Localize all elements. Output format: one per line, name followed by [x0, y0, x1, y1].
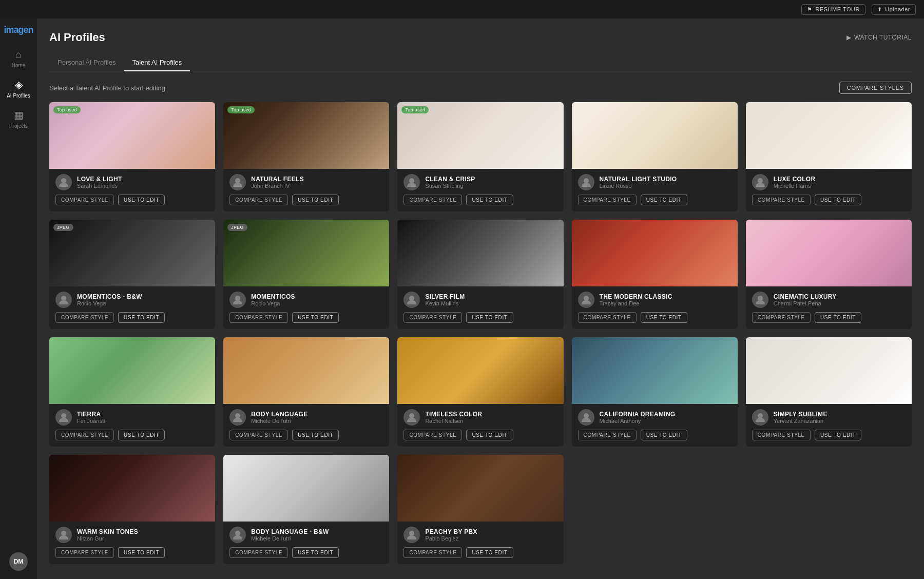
- card-info-body-language-bw: BODY LANGUAGE - B&W Michele Dell'utri: [229, 527, 383, 543]
- card-info-timeless-color: TIMELESS COLOR Rachel Nielsen: [403, 409, 557, 426]
- card-author-california-dreaming: Michael Anthony: [600, 418, 732, 424]
- compare-style-button-warm-skin-tones[interactable]: COMPARE STYLE: [55, 547, 114, 558]
- compare-style-button-momenticos[interactable]: COMPARE STYLE: [229, 312, 288, 323]
- use-to-edit-button-natural-light-studio[interactable]: USE TO EDIT: [641, 195, 687, 205]
- use-to-edit-button-peachy-pbx[interactable]: USE TO EDIT: [466, 547, 513, 558]
- card-image-momenticos-bw: JPEG: [49, 220, 215, 286]
- use-to-edit-button-momenticos-bw[interactable]: USE TO EDIT: [118, 312, 165, 323]
- svg-point-1: [235, 178, 240, 183]
- use-to-edit-button-luxe-color[interactable]: USE TO EDIT: [815, 195, 861, 205]
- compare-style-button-momenticos-bw[interactable]: COMPARE STYLE: [55, 312, 114, 323]
- card-author-clean-crisp: Susan Stripling: [425, 183, 557, 189]
- use-to-edit-button-silver-film[interactable]: USE TO EDIT: [466, 312, 513, 323]
- profile-card-love-light: Top used LOVE & LIGHT Sarah Edmunds COMP…: [49, 102, 215, 211]
- card-text-timeless-color: TIMELESS COLOR Rachel Nielsen: [425, 411, 557, 424]
- use-to-edit-button-love-light[interactable]: USE TO EDIT: [118, 195, 165, 205]
- card-name-luxe-color: LUXE COLOR: [774, 176, 906, 183]
- use-to-edit-button-cinematic-luxury[interactable]: USE TO EDIT: [815, 312, 861, 323]
- card-info-simply-sublime: SIMPLY SUBLIME Yervant Zanazanian: [752, 409, 906, 426]
- tab-talent-ai-profiles[interactable]: Talent AI Profiles: [124, 54, 190, 71]
- use-to-edit-button-warm-skin-tones[interactable]: USE TO EDIT: [118, 547, 165, 558]
- compare-style-button-cinematic-luxury[interactable]: COMPARE STYLE: [752, 312, 811, 323]
- use-to-edit-button-body-language[interactable]: USE TO EDIT: [292, 430, 339, 440]
- card-name-peachy-pbx: PEACHY BY PBX: [425, 528, 557, 535]
- card-body-natural-light-studio: NATURAL LIGHT STUDIO Linzie Russo COMPAR…: [572, 169, 738, 211]
- use-to-edit-button-timeless-color[interactable]: USE TO EDIT: [466, 430, 513, 440]
- card-name-california-dreaming: CALIFORNIA DREAMING: [600, 411, 732, 418]
- profile-card-simply-sublime: SIMPLY SUBLIME Yervant Zanazanian COMPAR…: [746, 337, 912, 447]
- card-actions-body-language-bw: COMPARE STYLE USE TO EDIT: [229, 547, 383, 558]
- card-body-warm-skin-tones: WARM SKIN TONES Nitzan Gur COMPARE STYLE…: [49, 522, 215, 564]
- card-text-love-light: LOVE & LIGHT Sarah Edmunds: [77, 176, 209, 189]
- compare-style-button-california-dreaming[interactable]: COMPARE STYLE: [578, 430, 637, 440]
- card-info-peachy-pbx: PEACHY BY PBX Pablo Beglez: [403, 527, 557, 543]
- compare-style-button-body-language-bw[interactable]: COMPARE STYLE: [229, 547, 288, 558]
- use-to-edit-button-body-language-bw[interactable]: USE TO EDIT: [292, 547, 339, 558]
- topbar: ⚑ RESUME TOUR ⬆ Uploader: [0, 0, 924, 18]
- compare-style-button-love-light[interactable]: COMPARE STYLE: [55, 195, 114, 205]
- watch-tutorial-label: WATCH TUTORIAL: [854, 34, 912, 41]
- compare-style-button-timeless-color[interactable]: COMPARE STYLE: [403, 430, 462, 440]
- card-actions-natural-light-studio: COMPARE STYLE USE TO EDIT: [578, 195, 732, 205]
- sidebar-item-projects[interactable]: ▦ Projects: [0, 104, 37, 134]
- user-avatar[interactable]: DM: [9, 552, 28, 571]
- main-content: AI Profiles ▶ WATCH TUTORIAL Personal AI…: [37, 18, 924, 579]
- uploader-button[interactable]: ⬆ Uploader: [872, 4, 916, 15]
- compare-style-button-clean-crisp[interactable]: COMPARE STYLE: [403, 195, 462, 205]
- use-to-edit-button-natural-feels[interactable]: USE TO EDIT: [292, 195, 339, 205]
- use-to-edit-button-california-dreaming[interactable]: USE TO EDIT: [641, 430, 687, 440]
- watch-tutorial-button[interactable]: ▶ WATCH TUTORIAL: [846, 34, 912, 41]
- card-info-clean-crisp: CLEAN & CRISP Susan Stripling: [403, 174, 557, 190]
- card-actions-momenticos-bw: COMPARE STYLE USE TO EDIT: [55, 312, 209, 323]
- compare-style-button-natural-light-studio[interactable]: COMPARE STYLE: [578, 195, 637, 205]
- card-info-natural-feels: NATURAL FEELS John Branch IV: [229, 174, 383, 190]
- use-to-edit-button-modern-classic[interactable]: USE TO EDIT: [641, 312, 687, 323]
- sidebar-item-home[interactable]: ⌂ Home: [0, 44, 37, 73]
- card-name-clean-crisp: CLEAN & CRISP: [425, 176, 557, 183]
- card-name-love-light: LOVE & LIGHT: [77, 176, 209, 183]
- use-to-edit-button-tierra[interactable]: USE TO EDIT: [118, 430, 165, 440]
- page-title: AI Profiles: [49, 31, 105, 44]
- card-avatar-cinematic-luxury: [752, 292, 768, 308]
- card-image-california-dreaming: [572, 337, 738, 404]
- card-actions-simply-sublime: COMPARE STYLE USE TO EDIT: [752, 430, 906, 440]
- card-author-momenticos-bw: Rocio Vega: [77, 300, 209, 306]
- card-body-cinematic-luxury: CINEMATIC LUXURY Charmi Patel-Pena COMPA…: [746, 286, 912, 329]
- compare-style-button-peachy-pbx[interactable]: COMPARE STYLE: [403, 547, 462, 558]
- compare-style-button-natural-feels[interactable]: COMPARE STYLE: [229, 195, 288, 205]
- card-text-silver-film: SILVER FILM Kevin Mullins: [425, 293, 557, 306]
- resume-tour-button[interactable]: ⚑ RESUME TOUR: [801, 4, 865, 15]
- card-avatar-timeless-color: [403, 409, 420, 426]
- card-image-timeless-color: [397, 337, 563, 404]
- card-text-peachy-pbx: PEACHY BY PBX Pablo Beglez: [425, 528, 557, 542]
- compare-style-button-luxe-color[interactable]: COMPARE STYLE: [752, 195, 811, 205]
- tab-personal-ai-profiles[interactable]: Personal AI Profiles: [49, 54, 124, 71]
- card-body-peachy-pbx: PEACHY BY PBX Pablo Beglez COMPARE STYLE…: [397, 522, 563, 564]
- use-to-edit-button-momenticos[interactable]: USE TO EDIT: [292, 312, 339, 323]
- card-name-cinematic-luxury: CINEMATIC LUXURY: [774, 293, 906, 300]
- card-actions-natural-feels: COMPARE STYLE USE TO EDIT: [229, 195, 383, 205]
- card-body-natural-feels: NATURAL FEELS John Branch IV COMPARE STY…: [223, 169, 389, 211]
- card-author-silver-film: Kevin Mullins: [425, 300, 557, 306]
- card-author-luxe-color: Michelle Harris: [774, 183, 906, 189]
- card-body-california-dreaming: CALIFORNIA DREAMING Michael Anthony COMP…: [572, 404, 738, 447]
- card-actions-momenticos: COMPARE STYLE USE TO EDIT: [229, 312, 383, 323]
- sidebar-item-ai-profiles[interactable]: ◈ AI Profiles: [0, 73, 37, 104]
- card-image-silver-film: [397, 220, 563, 286]
- card-body-body-language: BODY LANGUAGE Michele Dell'utri COMPARE …: [223, 404, 389, 447]
- compare-style-button-body-language[interactable]: COMPARE STYLE: [229, 430, 288, 440]
- compare-style-button-modern-classic[interactable]: COMPARE STYLE: [578, 312, 637, 323]
- card-text-momenticos: MOMENTICOS Rocio Vega: [251, 293, 383, 306]
- compare-style-button-silver-film[interactable]: COMPARE STYLE: [403, 312, 462, 323]
- svg-point-14: [758, 413, 763, 418]
- compare-styles-button[interactable]: COMPARE STYLES: [839, 82, 912, 94]
- compare-style-button-simply-sublime[interactable]: COMPARE STYLE: [752, 430, 811, 440]
- card-image-natural-light-studio: [572, 102, 738, 169]
- compare-style-button-tierra[interactable]: COMPARE STYLE: [55, 430, 114, 440]
- use-to-edit-button-simply-sublime[interactable]: USE TO EDIT: [815, 430, 861, 440]
- use-to-edit-button-clean-crisp[interactable]: USE TO EDIT: [466, 195, 513, 205]
- card-body-luxe-color: LUXE COLOR Michelle Harris COMPARE STYLE…: [746, 169, 912, 211]
- card-avatar-silver-film: [403, 292, 420, 308]
- card-body-timeless-color: TIMELESS COLOR Rachel Nielsen COMPARE ST…: [397, 404, 563, 447]
- profile-badge-clean-crisp: Top used: [401, 106, 429, 113]
